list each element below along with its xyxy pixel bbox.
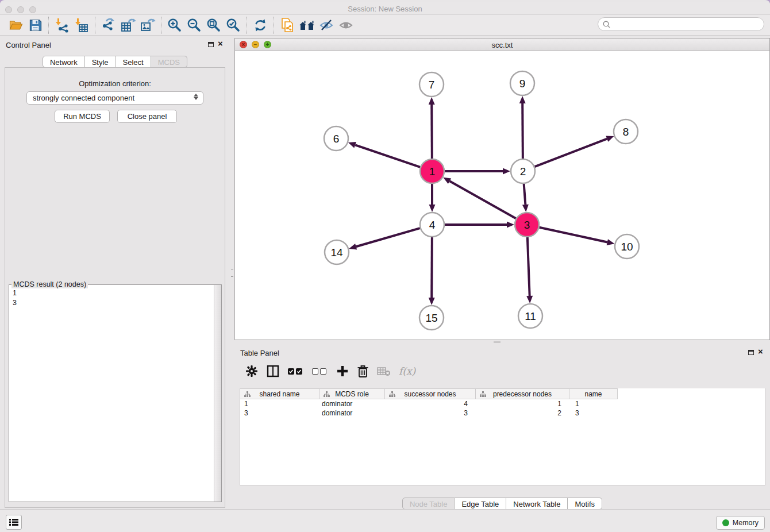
table-cell: 2	[476, 408, 569, 418]
table-cell: 4	[385, 399, 476, 408]
node-label-7: 7	[429, 79, 435, 91]
tab-mcds[interactable]: MCDS	[151, 56, 187, 68]
control-panel: Control Panel × NetworkStyleSelectMCDS O…	[0, 36, 230, 509]
tab-style[interactable]: Style	[85, 56, 116, 68]
node-label-10: 10	[621, 241, 633, 253]
node-label-14: 14	[330, 246, 343, 259]
column-label: MCDS role	[335, 390, 369, 398]
search-field[interactable]	[598, 17, 764, 31]
edge-arrowhead	[429, 97, 435, 105]
houses-icon[interactable]	[297, 17, 317, 34]
columns-icon[interactable]	[266, 363, 280, 380]
edge-arrowhead	[429, 205, 436, 212]
zoom-in-icon[interactable]	[165, 17, 184, 34]
float-panel-icon[interactable]	[748, 350, 754, 355]
mcds-result-box: MCDS result (2 nodes) 1 3	[9, 284, 222, 502]
edge-2-9[interactable]	[522, 103, 523, 159]
column-header-successor-nodes[interactable]: successor nodes	[385, 388, 476, 399]
table-panel-header: Table Panel ×	[234, 344, 770, 361]
task-list-button[interactable]	[6, 515, 22, 530]
edge-3-1[interactable]	[449, 181, 515, 218]
splitter-grip[interactable]	[231, 269, 233, 277]
select-all-icon[interactable]	[288, 363, 304, 380]
table-header-row: shared nameMCDS rolesuccessor nodesprede…	[240, 388, 618, 399]
node-label-8: 8	[623, 126, 629, 138]
hide-eye-icon[interactable]	[317, 17, 336, 34]
list-icon	[9, 518, 18, 526]
edge-1-6[interactable]	[355, 145, 420, 167]
edge-3-10[interactable]	[539, 228, 607, 242]
tab-edge-table[interactable]: Edge Table	[455, 498, 506, 510]
clone-network-icon[interactable]	[278, 17, 297, 34]
control-panel-header: Control Panel ×	[0, 36, 230, 53]
table-row[interactable]: 1dominator411	[240, 399, 765, 408]
float-panel-icon[interactable]	[208, 42, 214, 47]
horizontal-splitter-grip[interactable]	[494, 341, 500, 343]
save-icon[interactable]	[25, 17, 45, 34]
node-label-11: 11	[525, 310, 536, 322]
edge-4-15[interactable]	[432, 237, 432, 298]
close-panel-icon[interactable]: ×	[758, 346, 763, 357]
column-header-MCDS-role[interactable]: MCDS role	[319, 388, 385, 399]
memory-label: Memory	[733, 519, 759, 527]
edge-1-7[interactable]	[432, 105, 432, 159]
result-scrollbar[interactable]	[214, 285, 221, 502]
table-cell: 3	[569, 408, 618, 418]
mcds-result-text[interactable]: 1 3	[9, 286, 213, 502]
close-panel-button[interactable]: Close panel	[117, 110, 177, 123]
tab-node-table[interactable]: Node Table	[402, 498, 455, 510]
tab-network[interactable]: Network	[43, 56, 85, 68]
column-header-shared-name[interactable]: shared name	[240, 388, 319, 399]
add-column-icon[interactable]	[336, 363, 349, 380]
delete-table-icon[interactable]	[377, 363, 391, 380]
column-header-name[interactable]: name	[569, 388, 618, 399]
export-network-icon[interactable]	[99, 17, 118, 34]
control-panel-title: Control Panel	[6, 41, 51, 49]
import-network-icon[interactable]	[52, 17, 72, 34]
search-input[interactable]	[611, 19, 764, 29]
hierarchy-icon	[324, 391, 330, 398]
optimization-label: Optimization criterion:	[5, 79, 225, 88]
network-window-title: scc.txt	[235, 41, 769, 49]
table-rows: 1dominator4113dominator323	[240, 399, 765, 418]
optimization-dropdown[interactable]: strongly connected component	[26, 91, 203, 105]
table-row[interactable]: 3dominator323	[240, 408, 765, 418]
network-graph-canvas[interactable]: 1234678910111415	[235, 51, 769, 340]
edge-2-3[interactable]	[524, 184, 526, 205]
zoom-fit-icon[interactable]	[204, 17, 224, 34]
node-label-1: 1	[429, 165, 436, 178]
edge-arrowhead	[607, 239, 615, 245]
export-table-icon[interactable]	[118, 17, 138, 34]
edge-4-14[interactable]	[356, 228, 420, 246]
tab-network-table[interactable]: Network Table	[506, 498, 568, 510]
gear-icon[interactable]	[245, 363, 258, 380]
show-eye-icon[interactable]	[336, 17, 356, 34]
dropdown-arrows-icon	[194, 94, 198, 100]
run-mcds-button[interactable]: Run MCDS	[55, 110, 110, 123]
hierarchy-icon	[244, 391, 251, 398]
tab-motifs[interactable]: Motifs	[568, 498, 602, 510]
vertical-splitter[interactable]	[230, 36, 234, 509]
table-toolbar: f(x)	[240, 359, 765, 383]
open-folder-icon[interactable]	[6, 17, 25, 34]
import-table-icon[interactable]	[72, 17, 91, 34]
tab-select[interactable]: Select	[116, 56, 151, 68]
edge-3-11[interactable]	[528, 237, 530, 296]
toolbar-separator	[161, 17, 161, 34]
zoom-out-icon[interactable]	[184, 17, 204, 34]
trash-icon[interactable]	[357, 363, 369, 380]
close-panel-icon[interactable]: ×	[218, 38, 223, 49]
edge-2-8[interactable]	[535, 139, 607, 167]
column-label: predecessor nodes	[493, 390, 552, 398]
zoom-selected-icon[interactable]	[224, 17, 243, 34]
column-header-predecessor-nodes[interactable]: predecessor nodes	[476, 388, 569, 399]
deselect-all-icon[interactable]	[312, 363, 328, 380]
refresh-layout-icon[interactable]	[251, 17, 270, 34]
export-image-icon[interactable]	[138, 17, 157, 34]
function-icon[interactable]: f(x)	[399, 363, 415, 380]
edge-arrowhead	[606, 136, 614, 141]
network-view-window: × − + scc.txt 1234678910111415	[234, 38, 770, 340]
memory-button[interactable]: Memory	[716, 516, 765, 530]
node-label-4: 4	[429, 219, 436, 231]
search-icon	[602, 20, 611, 29]
